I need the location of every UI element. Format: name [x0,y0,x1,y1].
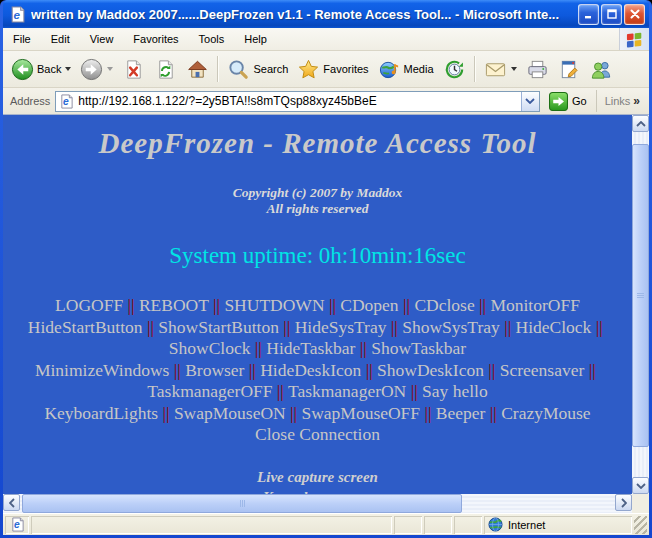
status-panel [394,516,422,534]
search-button[interactable]: Search [223,56,292,83]
command-link-minimizewindows[interactable]: MinimizeWindows [35,360,169,380]
menu-item-help[interactable]: Help [234,30,277,48]
command-link-hidesystray[interactable]: HideSysTray [295,317,387,337]
vertical-scrollbar[interactable] [632,115,649,494]
menu-items: FileEditViewFavoritesToolsHelp [3,30,619,48]
page-favicon-icon: e [59,94,74,109]
address-bar: Address e http://192.168.1.122/?=2y5BTA!… [3,88,649,115]
svg-text:e: e [13,7,20,20]
maximize-button[interactable] [601,4,622,25]
command-link-browser[interactable]: Browser [185,360,244,380]
horizontal-scrollbar-row [3,494,649,513]
separator: || [399,295,415,315]
command-link-showtaskbar[interactable]: ShowTaskbar [371,338,466,358]
command-link-monitoroff[interactable]: MonitorOFF [490,295,579,315]
command-link-say-hello[interactable]: Say hello [422,381,488,401]
media-button[interactable]: Media [374,56,438,83]
separator: || [584,360,600,380]
scroll-up-button[interactable] [632,115,649,132]
status-bar: e Internet [3,513,649,535]
mail-dropdown-arrow[interactable] [511,67,517,71]
search-icon [227,58,250,81]
address-input[interactable]: e http://192.168.1.122/?=2y5BTA!!s8mTQsp… [55,91,540,112]
command-link-hidetaskbar[interactable]: HideTaskbar [266,338,355,358]
mail-button[interactable] [480,56,521,83]
toolbar: Back Search Favorites Media [3,51,649,88]
status-panel [424,516,452,534]
command-link-cdclose[interactable]: CDclose [414,295,474,315]
command-link-taskmanageron[interactable]: TaskmanagerON [288,381,406,401]
minimize-button[interactable] [578,4,599,25]
forward-dropdown-arrow[interactable] [107,67,113,71]
scroll-down-button[interactable] [632,477,649,494]
refresh-button[interactable] [150,56,181,83]
go-arrow-icon [549,92,568,111]
menu-item-file[interactable]: File [3,30,41,48]
menu-item-tools[interactable]: Tools [189,30,235,48]
command-link-swapmouseon[interactable]: SwapMouseON [174,403,286,423]
svg-text:e: e [13,519,19,530]
links-button[interactable]: Links » [596,90,646,112]
favorites-button[interactable]: Favorites [293,56,372,83]
menu-item-favorites[interactable]: Favorites [123,30,188,48]
separator: || [484,360,500,380]
command-link-swapmouseoff[interactable]: SwapMouseOFF [301,403,420,423]
command-line: Close Connection [3,424,632,446]
page-heading: DeepFrozen - Remote Access Tool [3,127,632,160]
history-button[interactable] [439,56,470,83]
resize-grip[interactable] [634,516,647,534]
command-link-logoff[interactable]: LOGOFF [55,295,123,315]
address-dropdown-button[interactable] [521,92,539,111]
messenger-button[interactable] [586,56,617,83]
back-dropdown-arrow[interactable] [65,67,71,71]
command-link-crazymouse[interactable]: CrazyMouse [501,403,590,423]
status-panel [454,516,482,534]
horizontal-scroll-thumb[interactable] [22,494,462,513]
scroll-left-button[interactable] [3,494,20,511]
command-link-taskmanageroff[interactable]: TaskmanagerOFF [147,381,272,401]
command-link-showsystray[interactable]: ShowSysTray [402,317,500,337]
edit-icon [558,58,581,81]
forward-button[interactable] [76,56,117,83]
scroll-right-button[interactable] [615,494,632,511]
command-link-showclock[interactable]: ShowClock [169,338,251,358]
command-link-hidedeskicon[interactable]: HideDeskIcon [260,360,361,380]
print-button[interactable] [522,56,553,83]
zone-label: Internet [508,519,545,531]
command-link-screensaver[interactable]: Screensaver [500,360,585,380]
close-button[interactable] [624,4,645,25]
messenger-icon [590,58,613,81]
browser-window: e written by Maddox 2007......DeepFrozen… [0,0,652,538]
separator: || [123,295,139,315]
command-link-close-connection[interactable]: Close Connection [255,424,380,444]
vertical-scroll-thumb[interactable] [632,144,649,447]
command-link-hideclock[interactable]: HideClock [516,317,592,337]
edit-button[interactable] [554,56,585,83]
command-line: TaskmanagerOFF || TaskmanagerON || Say h… [3,381,632,403]
command-link-shutdown[interactable]: SHUTDOWN [224,295,324,315]
command-link-hidestartbutton[interactable]: HideStartButton [28,317,143,337]
menu-item-view[interactable]: View [80,30,124,48]
menu-item-edit[interactable]: Edit [41,30,80,48]
stop-button[interactable] [118,56,149,83]
live-capture-link[interactable]: Live capture screen [3,469,632,486]
command-link-cdopen[interactable]: CDopen [340,295,398,315]
vertical-scroll-track[interactable] [632,132,649,477]
menu-bar: FileEditViewFavoritesToolsHelp [3,28,649,51]
window-title: written by Maddox 2007......DeepFrozen v… [31,7,573,22]
go-button[interactable]: Go [545,92,591,111]
separator: || [143,317,159,337]
horizontal-scroll-track[interactable] [20,494,615,513]
command-link-reboot[interactable]: REBOOT [139,295,209,315]
horizontal-scrollbar[interactable] [3,494,632,513]
command-link-showstartbutton[interactable]: ShowStartButton [158,317,279,337]
command-link-keyboardlights[interactable]: KeyboardLights [44,403,158,423]
svg-text:e: e [63,96,69,107]
home-icon [186,58,209,81]
command-line: ShowClock || HideTaskbar || ShowTaskbar [3,338,632,360]
back-button[interactable]: Back [7,56,75,83]
command-link-showdeskicon[interactable]: ShowDeskIcon [377,360,484,380]
stop-icon [122,58,145,81]
home-button[interactable] [182,56,213,83]
command-link-beeper[interactable]: Beeper [436,403,486,423]
